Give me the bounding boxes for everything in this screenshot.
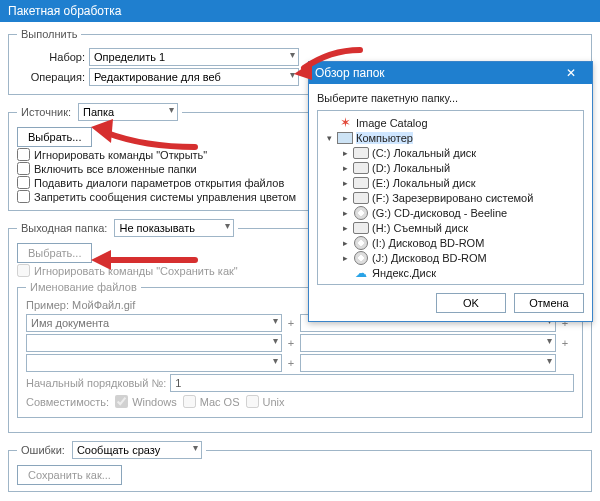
destination-legend: Выходная папка: Не показывать bbox=[17, 219, 238, 237]
compat-windows: Windows bbox=[115, 395, 177, 408]
plus-icon: + bbox=[282, 357, 300, 369]
tree-item-label: (G:) CD-дисковод - Beeline bbox=[372, 207, 507, 219]
cd-icon bbox=[353, 236, 369, 250]
dialog-titlebar: Обзор папок ✕ bbox=[309, 62, 592, 84]
source-legend: Источник: Папка bbox=[17, 103, 182, 121]
errors-saveas-button: Сохранить как... bbox=[17, 465, 122, 485]
errors-group: Ошибки: Сообщать сразу Сохранить как... bbox=[8, 441, 592, 492]
dialog-title: Обзор папок bbox=[315, 66, 385, 80]
window-title: Пакетная обработка bbox=[0, 0, 600, 22]
plus-icon: + bbox=[282, 337, 300, 349]
drive-icon bbox=[353, 161, 369, 175]
drive-icon bbox=[353, 176, 369, 190]
tree-item[interactable]: ▸(C:) Локальный диск bbox=[320, 145, 581, 160]
ok-button[interactable]: OK bbox=[436, 293, 506, 313]
expander-icon[interactable]: ▸ bbox=[340, 193, 350, 203]
pc-icon bbox=[337, 131, 353, 145]
browse-folder-dialog: Обзор папок ✕ Выберите пакетную папку...… bbox=[308, 61, 593, 322]
tree-item-label: Яндекс.Диск bbox=[372, 267, 436, 279]
tree-item-label: (I:) Дисковод BD-ROM bbox=[372, 237, 484, 249]
tree-item[interactable]: ✶Image Catalog bbox=[320, 115, 581, 130]
compat-mac: Mac OS bbox=[183, 395, 240, 408]
naming-field-5 bbox=[26, 354, 282, 372]
dialog-instruction: Выберите пакетную папку... bbox=[317, 92, 584, 104]
tree-item[interactable]: ▸(E:) Локальный диск bbox=[320, 175, 581, 190]
set-label: Набор: bbox=[17, 51, 89, 63]
compat-label: Совместимость: bbox=[26, 396, 109, 408]
file-naming-legend: Именование файлов bbox=[26, 281, 141, 293]
tree-item[interactable]: ▸(G:) CD-дисковод - Beeline bbox=[320, 205, 581, 220]
cloud-icon: ☁ bbox=[353, 266, 369, 280]
tree-item-label: (C:) Локальный диск bbox=[372, 147, 476, 159]
tree-item[interactable]: ▸(J:) Дисковод BD-ROM bbox=[320, 250, 581, 265]
cd-icon bbox=[353, 251, 369, 265]
expander-icon[interactable]: ▸ bbox=[340, 178, 350, 188]
cancel-button[interactable]: Отмена bbox=[514, 293, 584, 313]
drive-icon bbox=[353, 191, 369, 205]
tree-item[interactable]: ▸(H:) Съемный диск bbox=[320, 220, 581, 235]
tree-item[interactable]: ▾Компьютер bbox=[320, 130, 581, 145]
start-number-input bbox=[170, 374, 574, 392]
tree-item[interactable]: ▸(F:) Зарезервировано системой bbox=[320, 190, 581, 205]
expander-icon[interactable]: ▸ bbox=[340, 148, 350, 158]
expander-icon[interactable]: ▸ bbox=[340, 208, 350, 218]
plus-icon bbox=[556, 357, 574, 369]
cd-icon bbox=[353, 206, 369, 220]
tree-item-label: Image Catalog bbox=[356, 117, 428, 129]
expander-icon[interactable]: ▸ bbox=[340, 253, 350, 263]
operation-select[interactable]: Редактирование для веб bbox=[89, 68, 299, 86]
expander-icon[interactable]: ▸ bbox=[340, 238, 350, 248]
tree-item-label: Компьютер bbox=[356, 132, 413, 144]
errors-select[interactable]: Сообщать сразу bbox=[72, 441, 202, 459]
tree-item-label: (E:) Локальный диск bbox=[372, 177, 476, 189]
plus-icon: + bbox=[282, 317, 300, 329]
tree-item[interactable]: ▸(D:) Локальный bbox=[320, 160, 581, 175]
tree-item[interactable]: ▸(I:) Дисковод BD-ROM bbox=[320, 235, 581, 250]
source-type-select[interactable]: Папка bbox=[78, 103, 178, 121]
naming-field-4 bbox=[300, 334, 556, 352]
folder-tree[interactable]: ✶Image Catalog▾Компьютер▸(C:) Локальный … bbox=[317, 110, 584, 285]
tree-item[interactable]: ☁Яндекс.Диск bbox=[320, 265, 581, 280]
compat-unix: Unix bbox=[246, 395, 285, 408]
naming-field-6 bbox=[300, 354, 556, 372]
tree-item-label: (H:) Съемный диск bbox=[372, 222, 468, 234]
expander-icon[interactable]: ▾ bbox=[324, 133, 334, 143]
close-icon[interactable]: ✕ bbox=[556, 64, 586, 82]
drive-icon bbox=[353, 146, 369, 160]
plus-icon: + bbox=[556, 337, 574, 349]
expander-icon[interactable]: ▸ bbox=[340, 223, 350, 233]
source-choose-button[interactable]: Выбрать... bbox=[17, 127, 92, 147]
operation-label: Операция: bbox=[17, 71, 89, 83]
destination-select[interactable]: Не показывать bbox=[114, 219, 234, 237]
expander-icon[interactable]: ▸ bbox=[340, 163, 350, 173]
set-select[interactable]: Определить 1 bbox=[89, 48, 299, 66]
execute-legend: Выполнить bbox=[17, 28, 81, 40]
tree-item-label: (D:) Локальный bbox=[372, 162, 450, 174]
star-icon: ✶ bbox=[337, 116, 353, 130]
destination-choose-button: Выбрать... bbox=[17, 243, 92, 263]
start-number-label: Начальный порядковый №: bbox=[26, 377, 166, 389]
drive-icon bbox=[353, 221, 369, 235]
tree-item-label: (J:) Дисковод BD-ROM bbox=[372, 252, 487, 264]
errors-legend: Ошибки: Сообщать сразу bbox=[17, 441, 206, 459]
tree-item-label: (F:) Зарезервировано системой bbox=[372, 192, 533, 204]
naming-field-1 bbox=[26, 314, 282, 332]
naming-field-3 bbox=[26, 334, 282, 352]
